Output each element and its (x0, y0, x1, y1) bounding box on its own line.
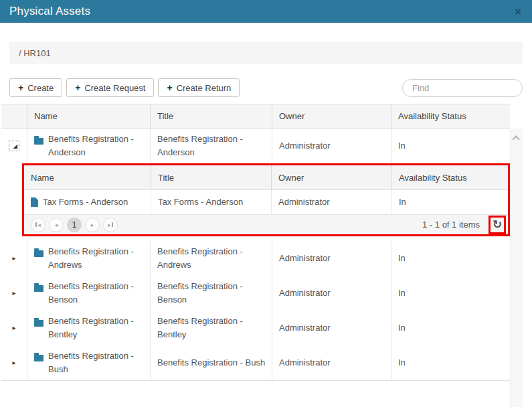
grid-header-row: Name Title Owner Availability Status (1, 104, 510, 129)
name-cell: Benefits Registration - Benson (27, 276, 150, 311)
table-row-anderson[interactable]: ◢ Benefits Registration - Anderson Benef… (1, 129, 510, 163)
grid-header-name[interactable]: Name (27, 104, 150, 128)
asset-name: Tax Forms - Anderson (43, 195, 128, 209)
owner-cell: Administrator (272, 311, 391, 345)
create-button[interactable]: + Create (9, 78, 62, 97)
table-row-tax-forms[interactable]: Tax Forms - Anderson Tax Forms - Anderso… (24, 190, 508, 214)
pager-prev-button[interactable]: ◂ (49, 218, 64, 232)
grid-header-status[interactable]: Availability Status (391, 104, 510, 128)
asset-name: Benefits Registration - Andrews (48, 245, 145, 272)
folder-icon (34, 320, 43, 327)
close-icon[interactable]: × (515, 6, 521, 17)
document-icon (31, 197, 38, 207)
name-cell: Tax Forms - Anderson (24, 190, 151, 214)
pager-first-button[interactable]: ◂ (31, 218, 46, 232)
plus-icon: + (18, 83, 23, 92)
expander-cell: ▸ (1, 276, 27, 311)
physical-assets-dialog: Physical Assets × / HR101 + Create + Cre… (0, 0, 532, 407)
title-cell: Benefits Registration - Bentley (150, 311, 272, 345)
refresh-icon[interactable]: ↻ (489, 216, 506, 234)
toolbar: + Create + Create Request + Create Retur… (9, 78, 523, 97)
toolbar-buttons: + Create + Create Request + Create Retur… (9, 78, 240, 97)
pager: ◂ ◂ 1 ▸ ▸ 1 - 1 of 1 items ↻ (24, 214, 508, 234)
expander-cell: ▸ (1, 311, 27, 345)
name-cell: Benefits Registration - Andrews (27, 241, 150, 276)
table-row-bush[interactable]: ▸ Benefits Registration - Bush Benefits … (1, 345, 510, 381)
status-cell: In (391, 190, 508, 214)
breadcrumb[interactable]: / HR101 (9, 42, 523, 64)
dialog-titlebar: Physical Assets × (0, 0, 532, 23)
folder-icon (34, 138, 43, 145)
assets-grid-area: Name Title Owner Availability Status ◢ B… (1, 104, 523, 407)
pager-summary: 1 - 1 of 1 items (422, 220, 480, 230)
owner-cell: Administrator (272, 241, 391, 276)
status-cell: In (391, 241, 510, 276)
pager-next-button[interactable]: ▸ (85, 218, 100, 232)
owner-cell: Administrator (272, 129, 391, 163)
pager-last-icon: ▸ (108, 222, 111, 228)
name-cell: Benefits Registration - Anderson (27, 129, 150, 163)
name-cell: Benefits Registration - Bush (27, 345, 150, 380)
nested-header-status[interactable]: Availability Status (391, 165, 508, 189)
table-row-andrews[interactable]: ▸ Benefits Registration - Andrews Benefi… (1, 241, 510, 276)
vertical-scrollbar[interactable] (510, 129, 523, 407)
find-input[interactable] (402, 79, 523, 97)
owner-cell: Administrator (272, 276, 391, 311)
scroll-up-icon[interactable] (512, 135, 519, 143)
dialog-title: Physical Assets (9, 5, 90, 18)
assets-grid: Name Title Owner Availability Status ◢ B… (1, 104, 510, 407)
name-cell: Benefits Registration - Bentley (27, 311, 150, 345)
create-button-label: Create (27, 83, 54, 93)
status-cell: In (391, 276, 510, 311)
pager-last-button[interactable]: ▸ (103, 218, 118, 232)
pager-first-icon: ◂ (37, 222, 41, 228)
grid-header-title[interactable]: Title (150, 104, 272, 128)
asset-name: Benefits Registration - Bush (48, 349, 145, 376)
title-cell: Benefits Registration - Bush (150, 345, 272, 380)
plus-icon: + (75, 83, 80, 92)
create-return-button-label: Create Return (177, 83, 232, 93)
folder-icon (34, 355, 43, 361)
nested-header-owner[interactable]: Owner (271, 165, 391, 189)
status-cell: In (391, 311, 510, 345)
expander-cell: ▸ (1, 241, 27, 276)
expand-row-icon[interactable]: ▸ (12, 325, 15, 331)
table-row-bentley[interactable]: ▸ Benefits Registration - Bentley Benefi… (1, 311, 510, 345)
table-row-benson[interactable]: ▸ Benefits Registration - Benson Benefit… (1, 276, 510, 311)
status-cell: In (391, 345, 510, 380)
asset-name: Benefits Registration - Bentley (48, 315, 145, 341)
dialog-body: / HR101 + Create + Create Request + Crea… (0, 23, 532, 407)
title-cell: Benefits Registration - Benson (150, 276, 272, 311)
folder-icon (34, 250, 43, 257)
owner-cell: Administrator (272, 345, 391, 380)
status-cell: In (391, 129, 510, 163)
create-request-button-label: Create Request (84, 83, 145, 93)
create-request-button[interactable]: + Create Request (66, 78, 154, 97)
expand-row-icon[interactable]: ▸ (12, 290, 15, 297)
breadcrumb-path[interactable]: / HR101 (19, 48, 51, 58)
nested-header-name[interactable]: Name (24, 165, 151, 189)
title-cell: Benefits Registration - Anderson (150, 129, 272, 163)
pager-next-icon: ▸ (91, 222, 94, 228)
create-return-button[interactable]: + Create Return (158, 78, 240, 97)
nested-header-title[interactable]: Title (151, 165, 271, 189)
expand-row-icon[interactable]: ▸ (12, 255, 15, 262)
folder-icon (34, 285, 43, 292)
plus-icon: + (167, 83, 172, 92)
expander-cell: ▸ (1, 345, 27, 380)
collapse-row-icon[interactable]: ◢ (9, 141, 19, 151)
nested-header-row: Name Title Owner Availability Status (24, 165, 508, 190)
pager-prev-icon: ◂ (55, 222, 58, 228)
title-cell: Benefits Registration - Andrews (150, 241, 272, 276)
asset-name: Benefits Registration - Anderson (48, 133, 145, 159)
expand-row-icon[interactable]: ▸ (12, 359, 15, 366)
title-cell: Tax Forms - Anderson (151, 190, 271, 214)
owner-cell: Administrator (271, 190, 391, 214)
asset-name: Benefits Registration - Benson (48, 280, 145, 307)
pager-page-1[interactable]: 1 (67, 218, 82, 232)
nested-detail-grid: Name Title Owner Availability Status Tax… (22, 163, 510, 236)
expander-cell: ◢ (1, 129, 27, 163)
grid-header-owner[interactable]: Owner (272, 104, 391, 128)
grid-header-expander (1, 104, 27, 128)
